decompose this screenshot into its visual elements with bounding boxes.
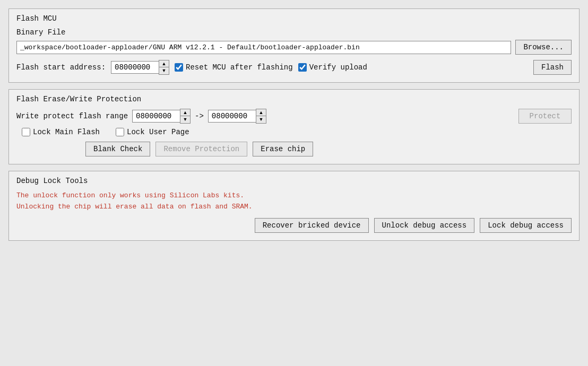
debug-info-line1: The unlock function only works using Sil…	[16, 190, 572, 202]
flash-start-input[interactable]	[111, 61, 159, 74]
flash-start-up[interactable]: ▲	[159, 60, 169, 67]
flash-start-down[interactable]: ▼	[159, 67, 169, 74]
binary-path-input[interactable]	[16, 41, 511, 54]
protect-range-row: Write protect flash range ▲ ▼ -> ▲ ▼	[16, 109, 513, 124]
browse-button[interactable]: Browse...	[515, 40, 572, 55]
debug-info-line2: Unlocking the chip will erase all data o…	[16, 202, 572, 213]
protect-button[interactable]: Protect	[518, 109, 572, 124]
range-end-input[interactable]	[208, 110, 256, 123]
range-label: Write protect flash range	[16, 112, 128, 120]
binary-file-row: Browse...	[16, 40, 572, 55]
erase-action-row: Blank Check Remove Protection Erase chip	[16, 142, 513, 156]
range-start-spinbox: ▲ ▼	[132, 109, 191, 124]
flash-mcu-section: Flash MCU Binary File Browse... Flash st…	[8, 8, 580, 83]
lock-user-checkbox-label[interactable]: Lock User Page	[116, 128, 189, 136]
flash-options-row: Flash start address: ▲ ▼ Reset MCU after…	[16, 60, 572, 75]
lock-user-label: Lock User Page	[127, 128, 189, 136]
lock-debug-button[interactable]: Lock debug access	[480, 218, 572, 233]
range-start-input[interactable]	[132, 110, 180, 123]
range-arrow: ->	[195, 112, 204, 120]
flash-start-spinbox: ▲ ▼	[111, 60, 169, 75]
flash-start-label: Flash start address:	[16, 63, 106, 72]
range-start-spinners: ▲ ▼	[180, 109, 191, 124]
recover-bricked-button[interactable]: Recover bricked device	[255, 218, 369, 233]
verify-upload-checkbox-label[interactable]: Verify upload	[298, 63, 367, 72]
flash-start-spinners: ▲ ▼	[159, 60, 169, 75]
range-end-spinners: ▲ ▼	[256, 109, 266, 124]
range-start-down[interactable]: ▼	[180, 116, 190, 123]
reset-mcu-checkbox[interactable]	[175, 63, 183, 72]
lock-main-checkbox[interactable]	[22, 128, 30, 136]
remove-protection-button[interactable]: Remove Protection	[155, 142, 247, 156]
blank-check-button[interactable]: Blank Check	[85, 142, 150, 156]
debug-buttons-row: Recover bricked device Unlock debug acce…	[16, 218, 572, 233]
flash-mcu-title: Flash MCU	[16, 14, 572, 23]
unlock-debug-button[interactable]: Unlock debug access	[374, 218, 475, 233]
flash-erase-title: Flash Erase/Write Protection	[16, 95, 572, 103]
debug-lock-section: Debug Lock Tools The unlock function onl…	[8, 171, 580, 241]
range-end-spinbox: ▲ ▼	[208, 109, 266, 124]
verify-upload-label: Verify upload	[309, 63, 367, 72]
lock-options-row: Lock Main Flash Lock User Page	[16, 128, 513, 136]
flash-button[interactable]: Flash	[533, 60, 572, 75]
lock-main-label: Lock Main Flash	[33, 128, 100, 136]
erase-chip-button[interactable]: Erase chip	[253, 142, 313, 156]
range-end-down[interactable]: ▼	[256, 116, 266, 123]
lock-main-checkbox-label[interactable]: Lock Main Flash	[22, 128, 100, 136]
flash-erase-section: Flash Erase/Write Protection Write prote…	[8, 89, 580, 164]
verify-upload-checkbox[interactable]	[298, 63, 307, 72]
reset-mcu-checkbox-label[interactable]: Reset MCU after flashing	[175, 63, 293, 72]
reset-mcu-label: Reset MCU after flashing	[186, 63, 293, 72]
debug-info-text: The unlock function only works using Sil…	[16, 190, 572, 213]
lock-user-checkbox[interactable]	[116, 128, 124, 136]
range-start-up[interactable]: ▲	[180, 109, 190, 116]
debug-lock-title: Debug Lock Tools	[16, 177, 572, 185]
range-end-up[interactable]: ▲	[256, 109, 266, 116]
binary-file-label: Binary File	[16, 28, 572, 37]
